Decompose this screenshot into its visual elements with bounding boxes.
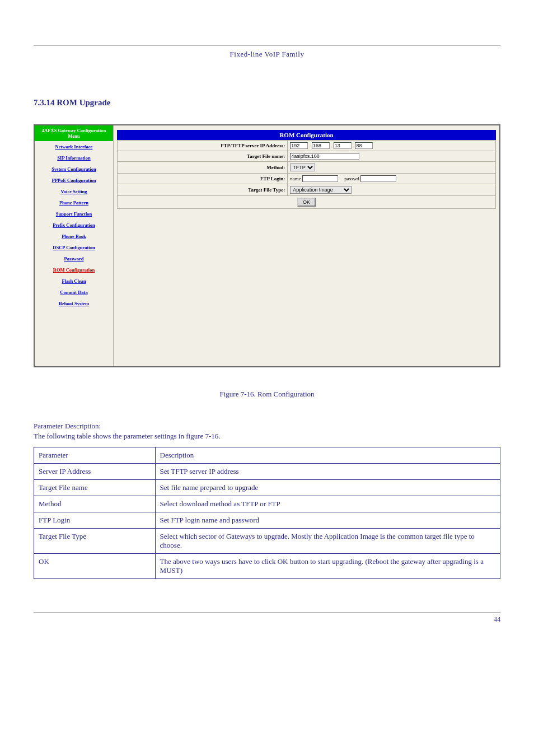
ftp-passwd-input[interactable] xyxy=(360,175,396,182)
panel-title: ROM Configuration xyxy=(117,130,496,140)
table-row: Server IP AddressSet TFTP server IP addr… xyxy=(34,464,500,480)
doc-header-title: Fixed-line VoIP Family xyxy=(34,50,500,59)
param-name: Target File Type xyxy=(34,529,156,554)
param-table: ParameterDescription Server IP AddressSe… xyxy=(34,447,500,579)
method-select[interactable]: TFTP xyxy=(290,164,315,171)
table-row: FTP LoginSet FTP login name and password xyxy=(34,512,500,529)
desc-sub: The following table shows the parameter … xyxy=(34,431,500,441)
sidebar-header: 4AFXS Gateway Configuration Menu xyxy=(35,125,113,141)
ok-button[interactable]: OK xyxy=(297,198,316,207)
param-desc: Set file name prepared to upgrade xyxy=(155,480,500,496)
figure-caption: Figure 7-16. Rom Configuration xyxy=(34,390,500,399)
table-row: MethodSelect download method as TFTP or … xyxy=(34,496,500,512)
file-label: Target File name: xyxy=(118,151,288,162)
table-row: ParameterDescription xyxy=(34,447,500,464)
main-panel: ROM Configuration FTP/TFTP server IP Add… xyxy=(114,125,499,366)
login-name-text: name xyxy=(290,176,301,181)
method-label: Method: xyxy=(118,162,288,174)
sidebar-item-network[interactable]: Network Interface xyxy=(35,141,113,152)
param-name: Server IP Address xyxy=(34,464,156,480)
sidebar-item-pppoe[interactable]: PPPoE Configuration xyxy=(35,175,113,186)
login-pass-text: passwd xyxy=(344,176,359,181)
param-desc: Description xyxy=(155,447,500,464)
target-file-input[interactable] xyxy=(290,153,359,160)
sidebar-item-phone-book[interactable]: Phone Book xyxy=(35,231,113,242)
ip-oct-2[interactable] xyxy=(312,142,330,149)
param-name: Target File name xyxy=(34,480,156,496)
sidebar-item-prefix[interactable]: Prefix Configuration xyxy=(35,220,113,231)
sidebar-item-voice[interactable]: Voice Setting xyxy=(35,186,113,197)
login-label: FTP Login: xyxy=(118,174,288,184)
table-row: Target File nameSet file name prepared t… xyxy=(34,480,500,496)
ftp-name-input[interactable] xyxy=(302,175,338,182)
desc-heading: Parameter Description: xyxy=(34,421,500,431)
rom-form: FTP/TFTP server IP Address: . . . Target… xyxy=(117,140,496,209)
sidebar-item-commit[interactable]: Commit Data xyxy=(35,287,113,298)
section-heading: 7.3.14 ROM Upgrade xyxy=(34,98,500,108)
param-name: OK xyxy=(34,554,156,579)
type-label: Target File Type: xyxy=(118,184,288,196)
sidebar-item-support[interactable]: Support Function xyxy=(35,208,113,220)
sidebar-item-dscp[interactable]: DSCP Configuration xyxy=(35,242,113,253)
sidebar-item-phone-pattern[interactable]: Phone Pattern xyxy=(35,197,113,208)
ip-oct-1[interactable] xyxy=(290,142,308,149)
param-desc: Set TFTP server IP address xyxy=(155,464,500,480)
param-desc: The above two ways users have to click O… xyxy=(155,554,500,579)
sidebar-item-reboot[interactable]: Reboot System xyxy=(35,298,113,309)
sidebar-item-sip[interactable]: SIP Information xyxy=(35,152,113,164)
sidebar-item-flash[interactable]: Flash Clean xyxy=(35,276,113,287)
param-desc: Set FTP login name and password xyxy=(155,512,500,529)
param-name: Parameter xyxy=(34,447,156,464)
table-row: OKThe above two ways users have to click… xyxy=(34,554,500,579)
table-row: Target File TypeSelect which sector of G… xyxy=(34,529,500,554)
param-name: Method xyxy=(34,496,156,512)
screenshot-frame: 4AFXS Gateway Configuration Menu Network… xyxy=(34,124,500,367)
target-type-select[interactable]: Application Image xyxy=(290,186,352,194)
param-desc: Select download method as TFTP or FTP xyxy=(155,496,500,512)
ip-oct-3[interactable] xyxy=(334,142,352,149)
page-number: 44 xyxy=(34,615,500,624)
sidebar-item-rom[interactable]: ROM Configuration xyxy=(35,264,113,276)
ip-label: FTP/TFTP server IP Address: xyxy=(118,141,288,151)
param-desc: Select which sector of Gateways to upgra… xyxy=(155,529,500,554)
sidebar-item-system[interactable]: System Configuration xyxy=(35,164,113,175)
sidebar-item-password[interactable]: Password xyxy=(35,253,113,264)
sidebar: 4AFXS Gateway Configuration Menu Network… xyxy=(35,125,114,366)
ip-oct-4[interactable] xyxy=(355,142,373,149)
param-name: FTP Login xyxy=(34,512,156,529)
